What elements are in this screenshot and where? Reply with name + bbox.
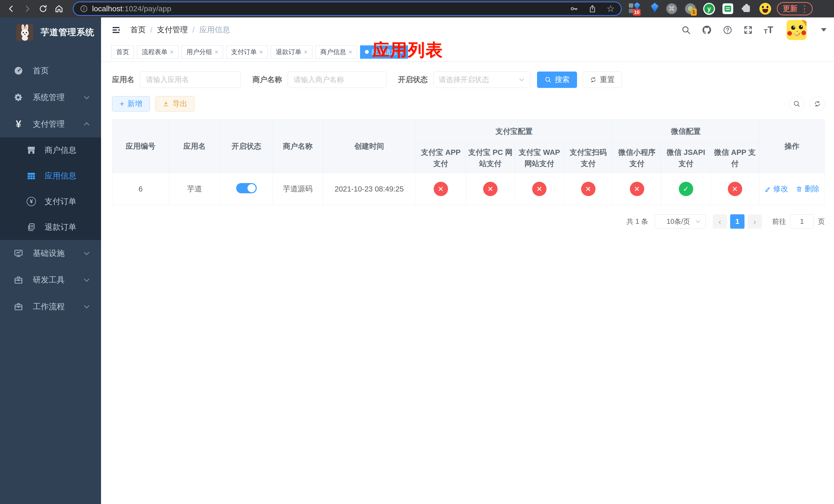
filter-form: 应用名 商户名称 开启状态 请选择开启状态 搜索 重置 [112, 71, 825, 88]
close-icon[interactable]: × [259, 49, 263, 55]
prev-page-button[interactable]: ‹ [713, 214, 727, 229]
page-size-select[interactable]: 10条/页 [655, 214, 705, 229]
sidebar-item-app-info[interactable]: 应用信息 [0, 163, 101, 189]
close-icon[interactable]: × [215, 49, 218, 55]
extension-tabs-icon[interactable]: 10 [628, 2, 640, 16]
close-icon[interactable]: × [304, 49, 307, 55]
page-number-active[interactable]: 1 [730, 214, 745, 229]
extensions-puzzle-icon[interactable] [741, 2, 752, 16]
breadcrumb-section[interactable]: 支付管理 [157, 25, 188, 35]
sidebar-item-payment[interactable]: ¥ 支付管理 [0, 111, 101, 137]
extension-command-icon[interactable]: ⌘ [666, 2, 678, 16]
url-bar[interactable]: localhost:1024/pay/app ☆ [73, 2, 622, 16]
tab-user-group[interactable]: 用户分组× [181, 45, 223, 59]
sidebar-item-devtools[interactable]: 研发工具 [0, 267, 101, 293]
merchant-name-label: 商户名称 [253, 75, 282, 85]
col-header-app-name: 应用名 [169, 119, 220, 173]
user-avatar[interactable] [787, 20, 807, 40]
tab-pay-order[interactable]: 支付订单× [226, 45, 268, 59]
app-name-label: 应用名 [112, 75, 134, 85]
search-button[interactable]: 搜索 [537, 71, 577, 88]
sidebar-item-system[interactable]: 系统管理 [0, 84, 101, 111]
cell-alipay-qr: ✕ [564, 173, 613, 205]
browser-profile-avatar[interactable] [760, 2, 771, 16]
show-search-button[interactable] [789, 96, 804, 111]
search-icon [545, 76, 552, 83]
tab-process-form[interactable]: 流程表单× [137, 45, 178, 59]
breadcrumb-current: 应用信息 [199, 25, 230, 35]
cell-merchant: 芋道源码 [273, 173, 323, 205]
group-header-wechat: 微信配置 [613, 119, 760, 143]
sidebar-item-refund-order[interactable]: 退款订单 [0, 214, 101, 240]
navbar-actions: TT [681, 20, 827, 40]
help-icon[interactable] [723, 25, 732, 35]
cell-actions: 修改 删除 [760, 173, 825, 205]
active-dot [365, 50, 369, 54]
chevron-down-icon [695, 219, 701, 225]
tab-refund-order[interactable]: 退款订单× [271, 45, 312, 59]
breadcrumb-home[interactable]: 首页 [130, 25, 146, 35]
next-page-button[interactable]: › [748, 214, 762, 229]
edit-link[interactable]: 修改 [765, 184, 788, 194]
status-label: 开启状态 [398, 75, 428, 85]
search-icon[interactable] [681, 25, 691, 35]
merchant-name-input[interactable] [288, 71, 387, 88]
browser-back-button[interactable] [6, 3, 17, 14]
status-cross-icon: ✕ [532, 182, 547, 196]
sidebar-item-label: 应用信息 [45, 170, 76, 181]
cell-alipay-pc: ✕ [466, 173, 515, 205]
delete-link[interactable]: 删除 [796, 184, 819, 194]
status-select[interactable]: 请选择开启状态 [433, 71, 530, 88]
share-icon[interactable] [588, 4, 597, 13]
reset-button[interactable]: 重置 [583, 71, 622, 88]
browser-forward-button[interactable] [22, 3, 33, 14]
refresh-table-button[interactable] [810, 96, 825, 111]
avatar-dropdown-caret[interactable] [821, 28, 827, 31]
add-button[interactable]: + 新增 [112, 96, 150, 112]
sidebar-item-home[interactable]: 首页 [0, 58, 101, 84]
sidebar-item-pay-order[interactable]: ¥ 支付订单 [0, 189, 101, 214]
fullscreen-icon[interactable] [743, 25, 753, 35]
close-icon[interactable]: × [399, 49, 403, 55]
tab-home[interactable]: 首页 [111, 45, 134, 59]
sidebar-item-merchant-info[interactable]: 商户信息 [0, 137, 101, 163]
tags-view-bar: 首页 流程表单× 用户分组× 支付订单× 退款订单× 商户信息× 应用信息× [101, 42, 834, 62]
plus-icon: + [119, 100, 124, 108]
extension-balloon-icon[interactable] [647, 2, 659, 16]
enabled-toggle[interactable] [236, 183, 257, 193]
app-name-input[interactable] [140, 71, 241, 88]
goto-unit: 页 [818, 217, 825, 226]
col-header-wechat-mini: 微信小程序支付 [613, 143, 661, 173]
sidebar-collapse-icon[interactable] [111, 25, 122, 35]
font-size-icon[interactable]: TT [764, 25, 773, 35]
bookmark-star-icon[interactable]: ☆ [607, 4, 615, 13]
extensions-area: 10 ⌘ 1 y [628, 2, 771, 16]
browser-home-button[interactable] [53, 3, 65, 14]
sidebar-item-label: 首页 [33, 65, 49, 76]
col-header-merchant: 商户名称 [273, 119, 323, 173]
goto-page-input[interactable] [790, 214, 814, 229]
sidebar-logo-row[interactable]: 芋道管理系统 [0, 18, 101, 47]
app-title: 芋道管理系统 [41, 26, 94, 38]
extension-y-icon[interactable]: y [703, 2, 715, 16]
tab-app-info[interactable]: 应用信息× [360, 45, 408, 59]
browser-menu-icon[interactable]: ⋮ [800, 4, 809, 13]
extension-recorder-icon[interactable]: 1 [684, 2, 696, 16]
export-button[interactable]: 导出 [155, 96, 194, 112]
col-header-app-id: 应用编号 [112, 119, 169, 173]
tab-merchant-info[interactable]: 商户信息× [315, 45, 357, 59]
sidebar: 芋道管理系统 首页 系统管理 ¥ 支付管理 [0, 18, 101, 504]
close-icon[interactable]: × [170, 49, 174, 55]
close-icon[interactable]: × [349, 49, 352, 55]
sidebar-item-infrastructure[interactable]: 基础设施 [0, 240, 101, 267]
site-info-icon[interactable] [80, 5, 88, 13]
browser-update-button[interactable]: 更新 ⋮ [777, 2, 813, 15]
sidebar-item-workflow[interactable]: 工作流程 [0, 293, 101, 320]
github-icon[interactable] [702, 25, 712, 35]
extension-notes-icon[interactable] [722, 2, 734, 16]
col-header-alipay-qr: 支付宝扫码支付 [564, 143, 613, 173]
url-path: :1024/pay/app [122, 4, 171, 13]
password-key-icon[interactable] [570, 4, 578, 13]
status-cross-icon: ✕ [630, 182, 644, 196]
browser-reload-button[interactable] [38, 3, 49, 14]
